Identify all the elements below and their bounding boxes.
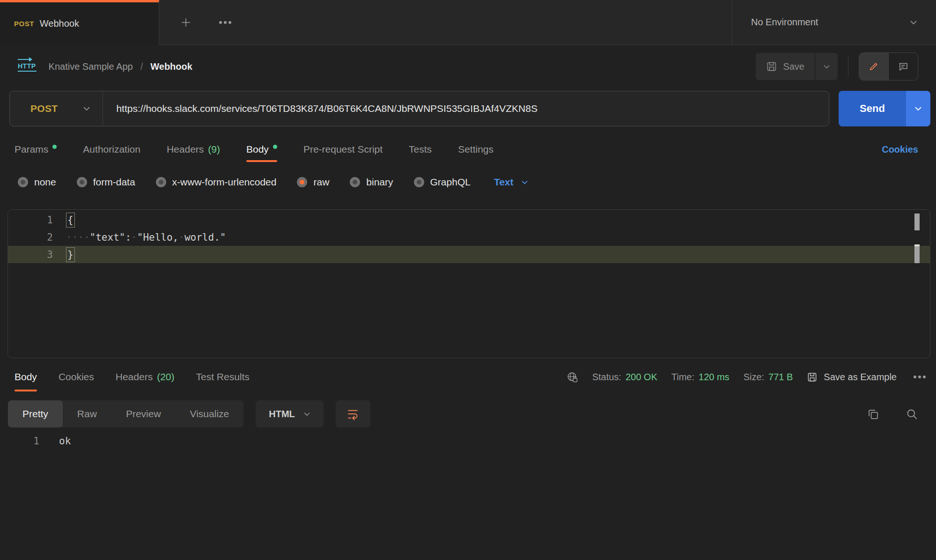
method-selector[interactable]: POST	[10, 91, 103, 126]
size-stat: Size: 771 B	[744, 372, 793, 383]
send-options-button[interactable]	[906, 91, 930, 126]
editor-line-current: 3 }	[8, 246, 930, 263]
body-set-dot	[273, 145, 277, 149]
editor-line: 2 ····"text":·"Hello,·world."	[8, 228, 930, 246]
response-tab-headers[interactable]: Headers (20)	[116, 362, 175, 391]
wrap-lines-button[interactable]	[336, 400, 370, 427]
comments-button[interactable]	[888, 53, 918, 80]
response-toolbar: Pretty Raw Preview Visualize HTML	[8, 400, 918, 427]
size-label: Size:	[744, 372, 764, 383]
view-visualize[interactable]: Visualize	[176, 400, 244, 427]
body-mode-urlencoded[interactable]: x-www-form-urlencoded	[156, 177, 277, 188]
chevron-down-icon	[914, 106, 922, 111]
tab-title: Webhook	[40, 18, 79, 29]
response-tab-body[interactable]: Body	[15, 362, 37, 391]
network-globe-lock-icon[interactable]	[567, 371, 578, 383]
radio-label: none	[34, 177, 56, 188]
more-options-icon	[219, 21, 222, 24]
response-options-button[interactable]	[911, 373, 919, 381]
view-raw[interactable]: Raw	[63, 400, 111, 427]
response-tab-test-results[interactable]: Test Results	[196, 362, 250, 391]
body-mode-graphql[interactable]: GraphQL	[414, 177, 471, 188]
request-body-editor[interactable]: 1 { 2 ····"text":·"Hello,·world." 3 }	[7, 209, 930, 358]
tab-tests[interactable]: Tests	[409, 137, 432, 162]
breadcrumb-collection[interactable]: Knative Sample App	[49, 61, 133, 72]
floppy-icon	[766, 61, 777, 72]
body-mode-form-data[interactable]: form-data	[77, 177, 135, 188]
save-options-button[interactable]	[815, 53, 838, 80]
response-view-switcher: Pretty Raw Preview Visualize	[8, 400, 243, 427]
params-set-dot	[52, 145, 57, 149]
raw-language-selector[interactable]: Text	[494, 177, 528, 188]
response-toolbar-right	[867, 408, 918, 420]
time-label: Time:	[671, 372, 694, 383]
tab-label: Cookies	[59, 371, 94, 383]
new-tab-button[interactable]	[177, 14, 195, 31]
radio-icon	[414, 177, 424, 187]
body-mode-binary[interactable]: binary	[350, 177, 393, 188]
scrollbar-cursor-marker[interactable]	[914, 244, 920, 263]
response-tab-cookies[interactable]: Cookies	[59, 362, 94, 391]
view-pretty[interactable]: Pretty	[8, 400, 63, 427]
request-actions: Save	[756, 52, 918, 81]
editor-line: 1 {	[8, 211, 930, 228]
scrollbar-marker[interactable]	[914, 214, 920, 230]
format-label: HTML	[269, 409, 295, 420]
url-input[interactable]: https://hooks.slack.com/services/T06TD83…	[103, 103, 829, 114]
request-tab-bar: POST Webhook No Environment	[0, 0, 936, 45]
body-mode-raw[interactable]: raw	[297, 177, 329, 188]
tab-authorization[interactable]: Authorization	[83, 137, 140, 162]
word-wrap-icon	[346, 408, 359, 420]
status-stat: Status: 200 OK	[592, 372, 657, 383]
headers-count-badge: (9)	[208, 144, 220, 155]
rename-request-button[interactable]	[859, 53, 888, 80]
tab-options-icon[interactable]	[216, 18, 225, 27]
time-value: 120 ms	[699, 372, 730, 383]
tab-label: Body	[246, 144, 269, 155]
body-mode-row: none form-data x-www-form-urlencoded raw…	[18, 171, 528, 193]
radio-icon	[350, 177, 360, 187]
save-label: Save	[783, 61, 804, 72]
environment-label: No Environment	[751, 17, 818, 28]
radio-label: form-data	[93, 177, 135, 188]
tab-body[interactable]: Body	[246, 137, 277, 162]
tab-pre-request-script[interactable]: Pre-request Script	[303, 137, 383, 162]
copy-icon[interactable]	[867, 408, 879, 420]
response-body[interactable]: 1 ok	[0, 432, 936, 450]
close-brace: }	[66, 247, 75, 262]
search-icon[interactable]	[906, 408, 918, 420]
breadcrumb-request-name[interactable]: Webhook	[150, 61, 192, 72]
line-number: 3	[8, 249, 66, 260]
tab-label: Test Results	[196, 371, 250, 383]
radio-label: raw	[313, 177, 329, 188]
tab-headers[interactable]: Headers (9)	[167, 137, 220, 162]
tab-settings[interactable]: Settings	[458, 137, 494, 162]
response-format-selector[interactable]: HTML	[256, 400, 324, 427]
url-row: POST https://hooks.slack.com/services/T0…	[9, 91, 930, 126]
view-preview[interactable]: Preview	[111, 400, 176, 427]
radio-icon	[18, 177, 28, 187]
more-options-icon	[914, 376, 916, 378]
divider	[848, 56, 848, 77]
body-mode-none[interactable]: none	[18, 177, 56, 188]
tab-label: Settings	[458, 144, 494, 155]
environment-selector[interactable]: No Environment	[732, 0, 936, 45]
save-as-example-button[interactable]: Save as Example	[807, 372, 897, 383]
request-section-tabs: Params Authorization Headers (9) Body Pr…	[15, 137, 918, 162]
chevron-down-icon	[823, 65, 830, 69]
cookies-link[interactable]: Cookies	[882, 144, 918, 155]
chevron-down-icon	[521, 180, 528, 184]
response-section-header: Body Cookies Headers (20) Test Results S…	[15, 362, 919, 391]
status-value: 200 OK	[626, 372, 657, 383]
tab-params[interactable]: Params	[15, 137, 57, 162]
response-body-text: ok	[59, 435, 71, 447]
send-button-group: Send	[839, 91, 930, 126]
tab-label: Authorization	[83, 144, 140, 155]
tab-label: Headers	[167, 144, 204, 155]
time-stat: Time: 120 ms	[671, 372, 730, 383]
postman-window: POST Webhook No Environment HTTP Knative…	[0, 0, 936, 560]
tab-label: Headers	[116, 371, 153, 383]
send-button[interactable]: Send	[839, 91, 906, 126]
save-button[interactable]: Save	[756, 53, 815, 80]
open-request-tab[interactable]: POST Webhook	[0, 0, 159, 45]
